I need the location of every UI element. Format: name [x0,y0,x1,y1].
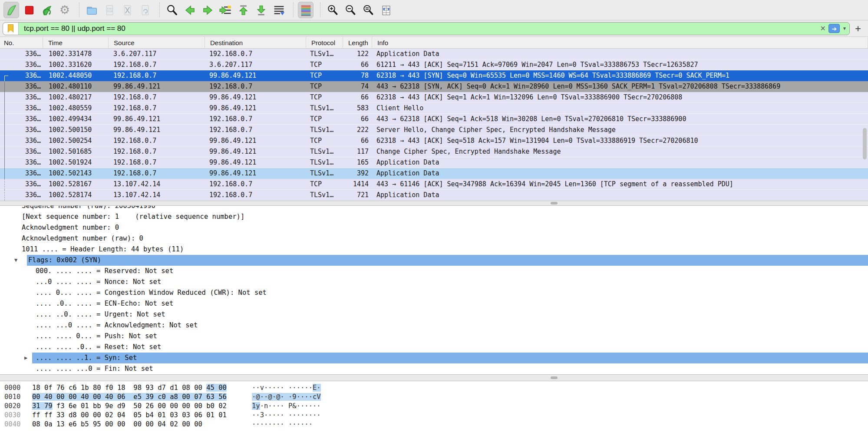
detail-line[interactable]: Acknowledgment number (raw): 0 [0,233,868,244]
packet-row[interactable]: 336…1002.480559192.168.0.799.86.49.121TL… [0,103,868,114]
filter-clear-icon[interactable]: ✕ [820,24,826,33]
close-file-icon[interactable] [119,2,135,18]
zoom-in-icon[interactable] [325,2,340,18]
packet-row[interactable]: 336…1002.52817413.107.42.14192.168.0.7TL… [0,190,868,201]
capture-options-icon[interactable]: ⚙ [57,2,73,18]
detail-line[interactable]: .... 0... .... = Congestion Window Reduc… [0,287,868,298]
filter-toolbar: tcp.port == 80 || udp.port == 80 ✕ ➜ ▼ + [0,20,868,37]
filter-apply-icon[interactable]: ➜ [828,24,840,33]
go-back-icon[interactable] [182,2,198,18]
conversation-line-mark [4,114,5,125]
toolbar-separator [293,3,294,17]
resize-columns-icon[interactable] [378,2,394,18]
gear-icon: ⚙ [59,4,70,16]
go-to-packet-icon[interactable] [218,2,233,18]
save-file-icon[interactable]: 01010110 [102,2,117,18]
detail-line[interactable]: .... .0.. .... = ECN-Echo: Not set [0,298,868,309]
svg-text:0110: 0110 [106,10,112,13]
conversation-line-mark [4,81,5,92]
packet-row-selected[interactable]: 336…1002.448050192.168.0.799.86.49.121TC… [0,70,868,81]
column-header-length[interactable]: Length [343,37,372,49]
detail-line[interactable]: .... .... ...0 = Fin: Not set [0,363,868,374]
packet-row[interactable]: 336…1002.48011099.86.49.121192.168.0.7TC… [0,81,868,92]
unrelated-packet-mark [4,190,5,201]
packet-row[interactable]: 336…1002.49943499.86.49.121192.168.0.7TC… [0,114,868,125]
zoom-reset-icon[interactable] [360,2,376,18]
find-packet-icon[interactable] [164,2,180,18]
packet-row[interactable]: 336…1002.500254192.168.0.799.86.49.121TC… [0,135,868,146]
display-filter-input[interactable]: tcp.port == 80 || udp.port == 80 ✕ ➜ ▼ [3,22,850,35]
colorize-packets-icon[interactable] [298,2,314,18]
conversation-line-mark [4,146,5,157]
conversation-start-mark [4,76,8,81]
open-file-icon[interactable] [84,2,99,18]
go-last-packet-icon[interactable] [253,2,269,18]
stop-capture-icon[interactable] [21,2,37,18]
restart-capture-icon[interactable] [39,2,55,18]
packet-row[interactable]: 336…1002.52816713.107.42.14192.168.0.7TC… [0,179,868,190]
details-bytes-splitter[interactable] [0,374,868,381]
start-capture-icon[interactable] [3,2,19,18]
auto-scroll-icon[interactable] [271,2,287,18]
detail-line[interactable]: .... .... .0.. = Reset: Not set [0,342,868,353]
expander-right-icon[interactable]: ▶ [24,353,27,363]
expander-down-icon[interactable]: ▼ [14,255,17,266]
column-header-no[interactable]: No. [0,37,43,49]
detail-line[interactable]: .... .... 0... = Push: Not set [0,331,868,342]
conversation-line-mark [4,125,5,135]
detail-line[interactable]: Sequence number (raw): 2003041990 [0,206,868,211]
zoom-out-icon[interactable] [343,2,358,18]
toolbar-separator [159,3,160,17]
packet-row[interactable]: 336…1002.501685192.168.0.799.86.49.121TL… [0,146,868,157]
filter-add-button[interactable]: + [855,23,861,34]
hex-row[interactable]: 0020 31 79 f3 6e 01 bb 9e d9 50 26 00 00… [0,402,868,411]
conversation-line-mark [4,135,5,146]
packet-row[interactable]: 336…1002.480217192.168.0.799.86.49.121TC… [0,92,868,103]
hex-row[interactable]: 0040 08 0a 13 e6 b5 95 00 00 00 00 04 02… [0,420,868,429]
hex-row[interactable]: 0010 00 40 00 00 40 00 40 06 e5 39 c0 a8… [0,393,868,402]
conversation-line-mark [4,103,5,114]
packet-row[interactable]: 336…1002.501924192.168.0.799.86.49.121TL… [0,157,868,168]
hex-row[interactable]: 0000 18 0f 76 c6 1b 80 f0 18 98 93 d7 d1… [0,383,868,393]
splitter-grip-icon[interactable] [551,376,558,379]
conversation-line-mark [4,168,5,179]
detail-line[interactable]: 1011 .... = Header Length: 44 bytes (11) [0,244,868,255]
detail-line[interactable]: .... ...0 .... = Acknowledgment: Not set [0,320,868,331]
column-header-source[interactable]: Source [109,37,205,49]
conversation-line-mark [4,157,5,168]
go-forward-icon[interactable] [200,2,215,18]
list-details-splitter[interactable] [0,201,868,206]
main-toolbar: ⚙ 01010110 [0,0,868,20]
filter-dropdown-caret-icon[interactable]: ▼ [842,26,847,31]
packet-row[interactable]: 336…1002.331620192.168.0.73.6.207.117TCP… [0,59,868,70]
toolbar-separator [320,3,320,17]
bookmark-icon [8,24,13,33]
packet-list-scrollbar[interactable] [863,128,867,159]
detail-line[interactable]: .... ..0. .... = Urgent: Not set [0,309,868,320]
packet-bytes-pane: 0000 18 0f 76 c6 1b 80 f0 18 98 93 d7 d1… [0,381,868,442]
detail-line[interactable]: 000. .... .... = Reserved: Not set [0,266,868,277]
packet-list-header: No. Time Source Destination Protocol Len… [0,37,868,49]
hex-row[interactable]: 0030 ff ff 33 d8 00 00 02 04 05 b4 01 03… [0,411,868,420]
filter-bookmark-button[interactable] [3,23,19,35]
toolbar-separator [79,3,79,17]
column-header-destination[interactable]: Destination [205,37,306,49]
packet-row[interactable]: 336…1002.502143192.168.0.799.86.49.121TL… [0,168,868,179]
conversation-line-mark [4,92,5,103]
reload-file-icon[interactable] [137,2,153,18]
unrelated-packet-mark [4,179,5,190]
column-header-time[interactable]: Time [43,37,109,49]
filter-expression-text[interactable]: tcp.port == 80 || udp.port == 80 [24,24,125,33]
detail-line[interactable]: [Next sequence number: 1 (relative seque… [0,211,868,222]
detail-line-syn-selected[interactable]: ▶.... .... ..1. = Syn: Set [0,353,868,363]
column-header-info[interactable]: Info [372,37,868,49]
column-header-protocol[interactable]: Protocol [306,37,343,49]
detail-line[interactable]: Acknowledgment number: 0 [0,222,868,233]
packet-row[interactable]: 336…1002.3314783.6.207.117192.168.0.7TLS… [0,49,868,59]
splitter-grip-icon[interactable] [551,202,558,205]
packet-row[interactable]: 336…1002.50015099.86.49.121192.168.0.7TL… [0,125,868,135]
packet-list: 336…1002.3314783.6.207.117192.168.0.7TLS… [0,49,868,201]
detail-line-flags-selected[interactable]: ▼Flags: 0x002 (SYN) [0,255,868,266]
detail-line[interactable]: ...0 .... .... = Nonce: Not set [0,277,868,287]
go-first-packet-icon[interactable] [235,2,251,18]
